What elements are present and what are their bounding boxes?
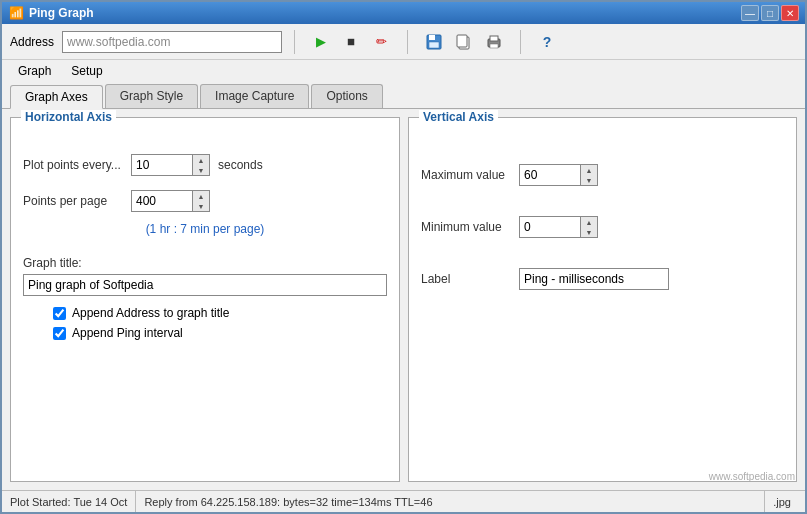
minimize-button[interactable]: — bbox=[741, 5, 759, 21]
toolbar-group-file bbox=[420, 29, 508, 55]
stop-button[interactable]: ■ bbox=[337, 29, 365, 55]
points-per-page-spinner[interactable]: ▲ ▼ bbox=[131, 190, 210, 212]
title-bar: 📶 Ping Graph — □ ✕ bbox=[2, 2, 805, 24]
toolbar-separator-3 bbox=[520, 30, 521, 54]
points-per-page-label: Points per page bbox=[23, 194, 123, 208]
plot-points-row: Plot points every... ▲ ▼ seconds bbox=[23, 154, 387, 176]
points-per-page-row: Points per page ▲ ▼ bbox=[23, 190, 387, 212]
status-bar: Plot Started: Tue 14 Oct Reply from 64.2… bbox=[2, 490, 805, 512]
append-address-row: Append Address to graph title bbox=[53, 306, 387, 320]
max-value-input[interactable] bbox=[520, 165, 580, 185]
tab-options[interactable]: Options bbox=[311, 84, 382, 108]
status-started: Plot Started: Tue 14 Oct bbox=[8, 491, 136, 512]
vertical-label-label: Label bbox=[421, 272, 511, 286]
window-title: Ping Graph bbox=[29, 6, 741, 20]
copy-button[interactable] bbox=[450, 29, 478, 55]
help-button[interactable]: ? bbox=[533, 29, 561, 55]
menu-graph[interactable]: Graph bbox=[8, 62, 61, 80]
close-button[interactable]: ✕ bbox=[781, 5, 799, 21]
min-value-label: Minimum value bbox=[421, 220, 511, 234]
append-ping-label: Append Ping interval bbox=[72, 326, 183, 340]
plot-points-label: Plot points every... bbox=[23, 158, 123, 172]
svg-rect-4 bbox=[457, 35, 467, 47]
tab-strip: Graph Axes Graph Style Image Capture Opt… bbox=[2, 80, 805, 109]
menu-setup[interactable]: Setup bbox=[61, 62, 112, 80]
pencil-button[interactable]: ✏ bbox=[367, 29, 395, 55]
points-per-page-up[interactable]: ▲ bbox=[193, 191, 209, 201]
min-value-row: Minimum value ▲ ▼ bbox=[421, 216, 784, 238]
horizontal-axis-title: Horizontal Axis bbox=[21, 110, 116, 124]
toolbar-separator bbox=[294, 30, 295, 54]
plot-points-up[interactable]: ▲ bbox=[193, 155, 209, 165]
watermark: www.softpedia.com bbox=[709, 471, 795, 482]
tab-graph-style[interactable]: Graph Style bbox=[105, 84, 198, 108]
label-row: Label bbox=[421, 268, 784, 290]
save-button[interactable] bbox=[420, 29, 448, 55]
status-file: .jpg bbox=[765, 491, 799, 512]
append-address-checkbox[interactable] bbox=[53, 307, 66, 320]
svg-rect-7 bbox=[490, 44, 498, 48]
tab-image-capture[interactable]: Image Capture bbox=[200, 84, 309, 108]
svg-rect-1 bbox=[429, 35, 435, 40]
svg-rect-2 bbox=[429, 42, 439, 48]
max-value-down[interactable]: ▼ bbox=[581, 175, 597, 185]
graph-title-label: Graph title: bbox=[23, 256, 387, 270]
status-reply: Reply from 64.225.158.189: bytes=32 time… bbox=[136, 491, 765, 512]
append-ping-row: Append Ping interval bbox=[53, 326, 387, 340]
points-per-page-down[interactable]: ▼ bbox=[193, 201, 209, 211]
max-value-row: Maximum value ▲ ▼ bbox=[421, 164, 784, 186]
window-icon: 📶 bbox=[8, 5, 24, 21]
tab-graph-axes[interactable]: Graph Axes bbox=[10, 85, 103, 109]
min-value-input[interactable] bbox=[520, 217, 580, 237]
address-label: Address bbox=[10, 35, 54, 49]
max-value-label: Maximum value bbox=[421, 168, 511, 182]
points-per-page-spinner-buttons: ▲ ▼ bbox=[192, 191, 209, 211]
toolbar-separator-2 bbox=[407, 30, 408, 54]
info-text: (1 hr : 7 min per page) bbox=[23, 222, 387, 236]
vertical-label-input[interactable] bbox=[519, 268, 669, 290]
plot-points-spinner[interactable]: ▲ ▼ bbox=[131, 154, 210, 176]
plot-points-down[interactable]: ▼ bbox=[193, 165, 209, 175]
min-value-spinner-buttons: ▲ ▼ bbox=[580, 217, 597, 237]
vertical-axis-group: Vertical Axis Maximum value ▲ ▼ Minimum … bbox=[408, 117, 797, 482]
title-bar-buttons: — □ ✕ bbox=[741, 5, 799, 21]
vertical-axis-title: Vertical Axis bbox=[419, 110, 498, 124]
graph-title-input[interactable] bbox=[23, 274, 387, 296]
play-button[interactable]: ▶ bbox=[307, 29, 335, 55]
min-value-up[interactable]: ▲ bbox=[581, 217, 597, 227]
menu-bar: Graph Setup bbox=[2, 60, 805, 80]
plot-points-units: seconds bbox=[218, 158, 263, 172]
points-per-page-input[interactable] bbox=[132, 191, 192, 211]
maximize-button[interactable]: □ bbox=[761, 5, 779, 21]
plot-points-input[interactable] bbox=[132, 155, 192, 175]
svg-rect-6 bbox=[490, 36, 498, 41]
append-ping-checkbox[interactable] bbox=[53, 327, 66, 340]
min-value-spinner[interactable]: ▲ ▼ bbox=[519, 216, 598, 238]
append-address-label: Append Address to graph title bbox=[72, 306, 229, 320]
toolbar: Address ▶ ■ ✏ ? bbox=[2, 24, 805, 60]
print-button[interactable] bbox=[480, 29, 508, 55]
min-value-down[interactable]: ▼ bbox=[581, 227, 597, 237]
toolbar-group-controls: ▶ ■ ✏ bbox=[307, 29, 395, 55]
graph-title-section: Graph title: bbox=[23, 256, 387, 306]
address-input[interactable] bbox=[62, 31, 282, 53]
max-value-spinner[interactable]: ▲ ▼ bbox=[519, 164, 598, 186]
max-value-spinner-buttons: ▲ ▼ bbox=[580, 165, 597, 185]
horizontal-axis-group: Horizontal Axis Plot points every... ▲ ▼… bbox=[10, 117, 400, 482]
plot-points-spinner-buttons: ▲ ▼ bbox=[192, 155, 209, 175]
content-area: Horizontal Axis Plot points every... ▲ ▼… bbox=[2, 109, 805, 490]
max-value-up[interactable]: ▲ bbox=[581, 165, 597, 175]
